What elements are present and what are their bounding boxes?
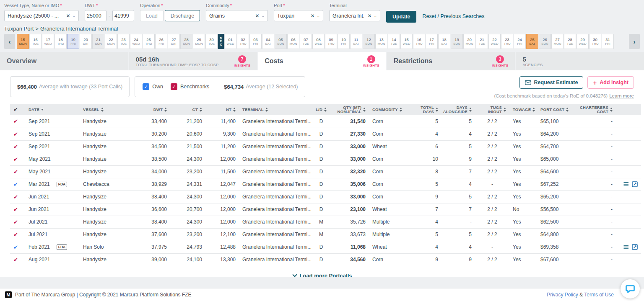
dwt-min-input[interactable]: 25000 bbox=[85, 10, 106, 21]
port-select[interactable]: Tuxpan ✕ ⌄ bbox=[274, 10, 323, 21]
portcall-row[interactable]: ✔ Sep 2021 Handysize 30,200 20,600 9,300… bbox=[10, 128, 641, 140]
day-cell[interactable]: 17FRI bbox=[426, 34, 438, 49]
column-header-qty[interactable]: QTY (MT)NOM./FINAL bbox=[331, 104, 369, 115]
column-header-port_cost[interactable]: PORT COST bbox=[537, 104, 579, 115]
day-cell[interactable]: 05SUN bbox=[275, 34, 287, 49]
day-cell[interactable]: 06MON bbox=[287, 34, 299, 49]
chevron-down-icon[interactable]: ⌄ bbox=[72, 14, 75, 18]
day-cell[interactable]: 16THU bbox=[413, 34, 425, 49]
column-header-charterers[interactable]: CHARTERERSCOST bbox=[579, 104, 616, 115]
row-select-check-icon[interactable]: ✔ bbox=[13, 219, 18, 225]
dwt-max-input[interactable]: 41999 bbox=[112, 10, 134, 21]
day-cell[interactable]: 15MON bbox=[17, 34, 29, 49]
column-header-date[interactable]: DATE bbox=[25, 104, 80, 115]
day-cell[interactable]: 18THU bbox=[55, 34, 67, 49]
day-cell[interactable]: 28SUN bbox=[180, 34, 192, 49]
day-cell[interactable]: 31FRI bbox=[602, 34, 614, 49]
day-cell[interactable]: 22WED bbox=[488, 34, 501, 49]
reset-previous-searches-link[interactable]: Reset / Previous Searches bbox=[422, 13, 484, 19]
portcall-row[interactable]: ✔ Sep 2021 Handysize 34,500 21,500 11,20… bbox=[10, 140, 641, 153]
day-cell[interactable]: 16TUE bbox=[29, 34, 42, 49]
day-cell[interactable]: 27MON bbox=[551, 34, 564, 49]
clear-icon[interactable]: ✕ bbox=[367, 13, 371, 19]
day-cell[interactable]: 17WED bbox=[42, 34, 54, 49]
day-cell[interactable]: 30TUE bbox=[205, 34, 218, 49]
open-external-icon[interactable] bbox=[632, 181, 638, 187]
day-cell[interactable]: 19SUN bbox=[451, 34, 463, 49]
day-cell[interactable]: 30THU bbox=[589, 34, 601, 49]
day-cell[interactable]: 27SAT bbox=[168, 34, 180, 49]
row-select-check-icon[interactable]: ✔ bbox=[13, 156, 18, 162]
terms-of-use-link[interactable]: Terms of Use bbox=[584, 292, 614, 298]
row-select-check-icon[interactable]: ✔ bbox=[13, 206, 18, 213]
day-cell[interactable]: 26FRI bbox=[155, 34, 167, 49]
row-select-check-icon[interactable]: ✔ bbox=[13, 232, 18, 238]
day-cell[interactable]: 20MON bbox=[463, 34, 475, 49]
day-cell[interactable]: 09THU bbox=[325, 34, 337, 49]
own-checkbox[interactable]: ✓ Own bbox=[143, 83, 163, 90]
day-cell[interactable]: 14TUE bbox=[388, 34, 400, 49]
tab-overview[interactable]: Overview bbox=[0, 52, 128, 70]
chat-widget-button[interactable] bbox=[621, 279, 640, 298]
portcall-details-icon[interactable] bbox=[622, 244, 628, 250]
day-cell[interactable]: 10FRI bbox=[338, 34, 350, 49]
day-cell[interactable]: 21SUN bbox=[92, 34, 104, 49]
day-cell[interactable]: 13MON bbox=[375, 34, 387, 49]
load-more-portcalls-button[interactable]: Load more Portcalls bbox=[10, 266, 634, 277]
next-day-button[interactable]: › bbox=[629, 34, 640, 49]
day-cell[interactable]: 18SAT bbox=[438, 34, 450, 49]
day-cell[interactable]: 20SAT bbox=[80, 34, 92, 49]
portcall-row[interactable]: ✔ Jun 2021 Handysize 38,400 24,300 12,00… bbox=[10, 190, 641, 203]
commodity-select[interactable]: Grains ✕ ⌄ bbox=[206, 10, 268, 21]
row-select-check-icon[interactable]: ✔ bbox=[13, 181, 18, 188]
day-cell[interactable]: 11SAT bbox=[350, 34, 362, 49]
portcall-details-icon[interactable] bbox=[622, 182, 628, 187]
day-cell[interactable]: 19FRI bbox=[67, 34, 79, 49]
column-header-gt[interactable]: GT bbox=[170, 104, 205, 115]
day-cell[interactable]: 25SAT bbox=[526, 34, 538, 49]
day-cell[interactable]: 26SUN bbox=[539, 34, 551, 49]
chevron-down-icon[interactable]: ⌄ bbox=[374, 14, 377, 18]
day-cell[interactable]: 24WED bbox=[130, 34, 142, 49]
column-header-towage[interactable]: TOWAGE bbox=[509, 104, 537, 115]
row-select-check-icon[interactable]: ✔ bbox=[13, 194, 18, 200]
learn-more-link[interactable]: Learn more bbox=[609, 93, 634, 98]
select-all-check-icon[interactable]: ✔ bbox=[13, 106, 18, 113]
prev-day-button[interactable]: ‹ bbox=[4, 34, 15, 49]
day-cell[interactable]: 03FRI bbox=[249, 34, 262, 49]
portcall-row[interactable]: ✔ Aug 2021 Handysize 39,000 24,100 13,30… bbox=[10, 253, 641, 266]
day-cell[interactable]: 08WED bbox=[312, 34, 325, 49]
portcall-row[interactable]: ✔ May 2021 Handysize 38,500 24,300 12,00… bbox=[10, 153, 641, 165]
portcall-row[interactable]: ✔ Jun 2021 Handysize 36,600 20,700 12,00… bbox=[10, 203, 641, 216]
column-header-commodity[interactable]: COMMODITY bbox=[369, 104, 409, 115]
column-header-ld[interactable]: L/D bbox=[311, 104, 331, 115]
day-cell[interactable]: 24FRI bbox=[514, 34, 526, 49]
row-select-check-icon[interactable]: ✔ bbox=[13, 244, 18, 250]
row-select-check-icon[interactable]: ✔ bbox=[13, 169, 18, 175]
discharge-button[interactable]: Discharge bbox=[165, 10, 200, 21]
day-cell[interactable]: 28TUE bbox=[564, 34, 576, 49]
request-estimate-button[interactable]: Request Estimate bbox=[519, 76, 584, 89]
column-header-days_alongside[interactable]: DAYSALONGSIDE bbox=[441, 104, 475, 115]
day-cell[interactable]: 23TUE bbox=[117, 34, 130, 49]
row-select-check-icon[interactable]: ✔ bbox=[13, 131, 18, 137]
day-cell[interactable]: 29WED bbox=[576, 34, 589, 49]
day-cell[interactable]: 04SAT bbox=[262, 34, 274, 49]
portcall-row[interactable]: ✔ Feb 2021FDA Han Solo 37,975 24,793 12,… bbox=[10, 241, 641, 253]
add-insight-button[interactable]: + Add Insight bbox=[587, 76, 634, 89]
row-select-check-icon[interactable]: ✔ bbox=[13, 118, 18, 124]
breadcrumb-port[interactable]: Tuxpan Port bbox=[4, 26, 34, 32]
row-select-check-icon[interactable]: ✔ bbox=[13, 257, 18, 263]
day-cell[interactable]: 23THU bbox=[501, 34, 513, 49]
portcall-row[interactable]: ✔ Sep 2021 Handysize 33,400 21,200 11,40… bbox=[10, 115, 641, 128]
load-button[interactable]: Load bbox=[140, 10, 164, 21]
clear-icon[interactable]: ✕ bbox=[310, 13, 314, 19]
portcall-row[interactable]: ✔ Mar 2021FDA Chewbacca 38,929 24,331 12… bbox=[10, 178, 641, 190]
chevron-down-icon[interactable]: ⌄ bbox=[262, 14, 265, 18]
portcall-row[interactable]: ✔ May 2021 Handysize 34,000 23,200 11,50… bbox=[10, 165, 641, 178]
day-cell[interactable]: 01WED bbox=[224, 34, 236, 49]
day-cell[interactable]: 02THU bbox=[237, 34, 249, 49]
vessel-select[interactable]: Handysize (25000 - ... ✕ ⌄ bbox=[4, 10, 79, 21]
clear-icon[interactable]: ✕ bbox=[66, 13, 70, 19]
column-header-total_days[interactable]: TOTAL DAYS bbox=[409, 104, 441, 115]
